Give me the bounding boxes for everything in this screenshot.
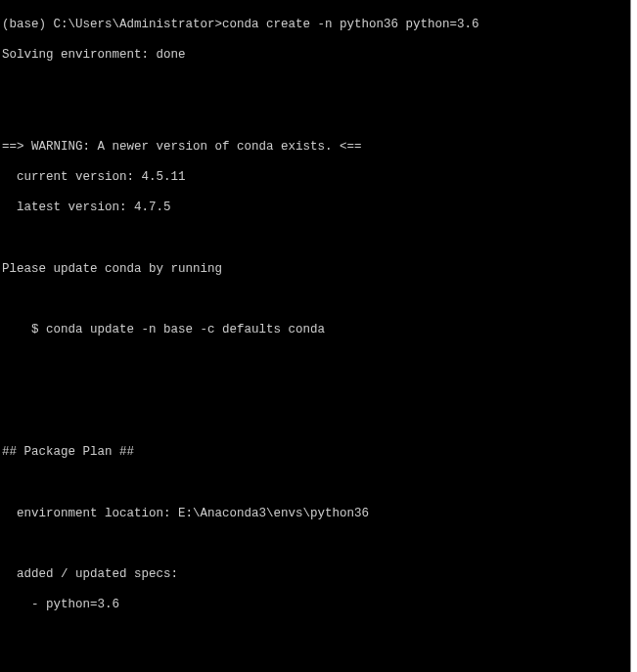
warning-header: ==> WARNING: A newer version of conda ex…: [2, 140, 362, 154]
plan-header: ## Package Plan ##: [2, 445, 134, 459]
env-location: environment location: E:\Anaconda3\envs\…: [2, 507, 369, 520]
solving-line: Solving environment: done: [2, 48, 186, 62]
update-msg: Please update conda by running: [2, 262, 222, 276]
warning-latest: latest version: 4.7.5: [2, 201, 171, 214]
update-cmd: $ conda update -n base -c defaults conda: [2, 323, 325, 336]
prompt-line: (base) C:\Users\Administrator>conda crea…: [2, 18, 479, 31]
specs-header: added / updated specs:: [2, 567, 178, 581]
terminal-window[interactable]: (base) C:\Users\Administrator>conda crea…: [0, 0, 631, 672]
warning-current: current version: 4.5.11: [2, 170, 186, 184]
specs-item: - python=3.6: [2, 598, 119, 611]
